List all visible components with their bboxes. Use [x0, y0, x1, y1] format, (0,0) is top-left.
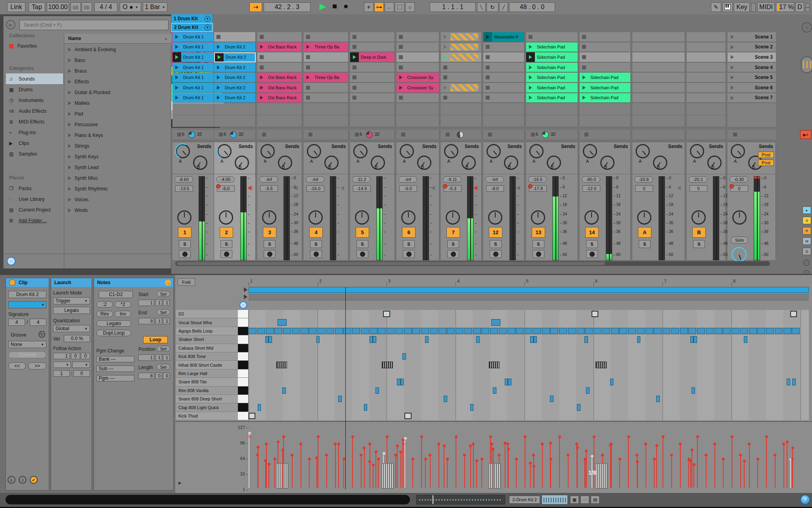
note-row-label[interactable]: Rim 808 Vanilla — [176, 387, 238, 395]
clip-panel-header[interactable]: Clip — [6, 278, 49, 287]
clip-slot[interactable]: Drum Kit 2 — [214, 83, 256, 93]
midi-note[interactable] — [723, 328, 731, 334]
end-value[interactable]: 1 — [163, 318, 170, 324]
send-b-knob[interactable] — [371, 156, 385, 170]
velocity-stem[interactable] — [645, 444, 646, 488]
clip-launch-button[interactable] — [526, 63, 535, 72]
midi-note[interactable] — [439, 328, 446, 334]
position-set-button[interactable]: Set — [157, 346, 170, 352]
list-item[interactable]: Effects — [64, 76, 172, 87]
midi-note[interactable] — [400, 379, 404, 385]
velocity-stem[interactable] — [550, 443, 551, 488]
group-play-icon[interactable] — [444, 55, 447, 59]
midi-note[interactable] — [387, 328, 395, 334]
velocity-stem[interactable] — [530, 463, 531, 488]
reverse-button[interactable]: Rev — [96, 311, 113, 317]
velocity-stem[interactable] — [274, 459, 275, 488]
beat-time-ruler[interactable]: 12345678 — [249, 277, 809, 286]
midi-note[interactable] — [757, 328, 765, 334]
clip-launch-button[interactable] — [580, 83, 588, 92]
velocity-stem[interactable] — [326, 455, 327, 488]
velocity-stem[interactable] — [691, 450, 692, 488]
midi-note[interactable] — [586, 387, 590, 394]
send-a-knob[interactable] — [529, 144, 544, 158]
velocity-dot[interactable] — [420, 435, 423, 438]
midi-note[interactable] — [383, 311, 390, 317]
velocity-dot[interactable] — [585, 450, 588, 452]
peak-level-field[interactable]: -8.0 — [486, 185, 504, 192]
pan-knob[interactable] — [355, 210, 369, 225]
midi-note[interactable] — [663, 328, 670, 334]
clip-launch-button[interactable] — [580, 93, 588, 103]
volume-field[interactable]: -Inf — [259, 176, 278, 183]
midi-note[interactable] — [425, 336, 429, 343]
midi-note[interactable] — [249, 328, 257, 334]
clip-stop-button[interactable] — [399, 65, 403, 69]
track-stop-button[interactable] — [262, 133, 266, 137]
clip-play-icon[interactable] — [260, 75, 263, 79]
punch-out-button[interactable]: ╱ — [499, 2, 508, 12]
bottom-bar-icon-2[interactable]: ▤ — [591, 496, 599, 504]
velocity-dot[interactable] — [377, 458, 380, 460]
velocity-stem[interactable] — [338, 444, 339, 488]
velocity-dot[interactable] — [446, 458, 449, 460]
clip-slot[interactable]: Drum Kit 2 — [214, 52, 256, 62]
sidebar-item-audio-effects[interactable]: ıılıAudio Effects — [6, 106, 63, 116]
velocity-stem[interactable] — [404, 438, 405, 488]
note-grid-row[interactable] — [249, 369, 809, 378]
velocity-stem[interactable] — [586, 451, 587, 488]
loop-length-field[interactable]: 48 . 0 . 0 — [509, 2, 555, 12]
view-toggle-d[interactable]: D — [802, 248, 811, 255]
midi-note[interactable] — [444, 396, 447, 402]
clip-slot[interactable]: Sidechain Pad — [526, 93, 578, 103]
velocity-stem[interactable] — [412, 459, 413, 488]
arm-button[interactable] — [403, 250, 415, 258]
clip-slot[interactable]: Drum Kit 2 — [214, 63, 256, 73]
velocity-dot[interactable] — [404, 437, 407, 440]
velocity-stem[interactable] — [343, 459, 344, 488]
scrub-area[interactable] — [249, 294, 809, 300]
clip-launch-button[interactable] — [214, 63, 223, 72]
velocity-stem[interactable] — [792, 448, 793, 488]
commit-button[interactable]: Commit — [8, 351, 46, 358]
velocity-stem[interactable] — [456, 437, 456, 488]
midi-note[interactable] — [364, 404, 368, 410]
post-toggle[interactable]: Post — [758, 152, 774, 158]
automation-arm-button[interactable]: ⊶ — [374, 2, 384, 12]
list-item[interactable]: Synth Lead — [64, 162, 172, 173]
clip-stop-button[interactable] — [260, 65, 264, 69]
velocity-dot[interactable] — [257, 446, 259, 448]
velocity-dot[interactable] — [549, 442, 552, 444]
clip-launch-button[interactable] — [526, 93, 535, 103]
velocity-stem[interactable] — [481, 459, 482, 488]
velocity-dot[interactable] — [653, 458, 656, 460]
sidebar-item-drums[interactable]: ▦Drums — [6, 84, 63, 95]
velocity-stem[interactable] — [619, 459, 620, 488]
time-signature-field[interactable]: 4 / 4 — [94, 2, 117, 12]
volume-field[interactable]: -0.30 — [730, 176, 748, 183]
midi-note[interactable] — [584, 336, 588, 343]
volume-field[interactable]: -Inf — [306, 176, 324, 183]
midi-note[interactable] — [645, 328, 653, 334]
clip-slot[interactable] — [441, 42, 482, 52]
end-value[interactable]: 9 — [138, 318, 154, 324]
length-value[interactable]: 0 — [163, 373, 170, 379]
clip-launch-button[interactable] — [396, 83, 405, 92]
midi-note[interactable] — [493, 387, 496, 394]
clip-stop-button[interactable] — [352, 35, 356, 39]
velocity-stem[interactable] — [397, 446, 398, 488]
velocity-dot[interactable] — [748, 443, 751, 445]
velocity-dot[interactable] — [489, 435, 492, 438]
clip-slot[interactable]: Drum Kit 1 — [172, 32, 214, 42]
velocity-dot[interactable] — [375, 450, 377, 453]
midi-note[interactable] — [534, 336, 537, 343]
clip-stop-button[interactable] — [352, 86, 356, 90]
note-grid-row[interactable] — [249, 335, 809, 344]
length-set-button[interactable]: Set — [157, 364, 170, 370]
midi-note[interactable] — [508, 379, 511, 385]
track-activator-button[interactable]: 2 — [220, 227, 233, 238]
info-input[interactable] — [6, 495, 410, 504]
note-row-label[interactable]: Snare 808 Tite — [176, 378, 238, 386]
note-range-field[interactable]: C1-D2 — [99, 291, 133, 298]
duplicate-loop-button[interactable]: Dupl.Loop — [96, 330, 131, 336]
